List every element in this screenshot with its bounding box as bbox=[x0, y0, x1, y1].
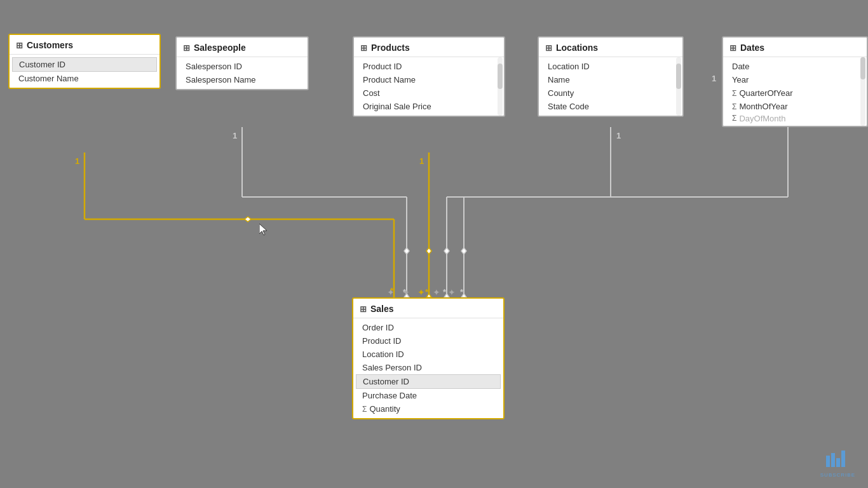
locations-field-2[interactable]: County bbox=[539, 86, 682, 100]
products-scrollbar[interactable] bbox=[498, 57, 503, 116]
customers-field-1[interactable]: Customer Name bbox=[10, 72, 159, 85]
products-title: Products bbox=[371, 43, 410, 53]
customers-table[interactable]: ⊞ Customers Customer ID Customer Name bbox=[8, 34, 161, 89]
sales-field-2[interactable]: Location ID bbox=[353, 348, 503, 361]
locations-title: Locations bbox=[556, 43, 598, 53]
svg-rect-42 bbox=[841, 451, 845, 467]
svg-text:*: * bbox=[460, 287, 464, 297]
table-icon-products: ⊞ bbox=[360, 43, 367, 53]
sales-table[interactable]: ⊞ Sales Order ID Product ID Location ID … bbox=[352, 297, 505, 419]
products-field-3-label: Original Sale Price bbox=[363, 102, 431, 111]
dates-field-1[interactable]: Year bbox=[723, 73, 867, 86]
sales-field-4[interactable]: Customer ID bbox=[356, 374, 501, 389]
dates-field-4-label: DayOfMonth bbox=[739, 114, 785, 123]
sales-field-4-label: Customer ID bbox=[363, 377, 409, 386]
sigma-icon-0: Σ bbox=[732, 89, 736, 98]
sales-field-0-label: Order ID bbox=[362, 323, 394, 332]
locations-scrollbar-thumb[interactable] bbox=[676, 64, 681, 89]
products-body: Product ID Product Name Cost Original Sa… bbox=[354, 57, 504, 116]
locations-field-3-label: State Code bbox=[548, 102, 589, 111]
salespeople-body: Salesperson ID Salesperson Name bbox=[177, 57, 308, 89]
locations-table[interactable]: ⊞ Locations Location ID Name County Stat… bbox=[538, 36, 684, 117]
svg-marker-33 bbox=[461, 248, 466, 254]
products-field-0[interactable]: Product ID bbox=[354, 60, 504, 73]
locations-field-3[interactable]: State Code bbox=[539, 100, 682, 113]
products-table[interactable]: ⊞ Products Product ID Product Name Cost … bbox=[353, 36, 505, 117]
locations-field-1[interactable]: Name bbox=[539, 73, 682, 86]
sales-field-1-label: Product ID bbox=[362, 336, 401, 346]
customers-field-0[interactable]: Customer ID bbox=[12, 57, 157, 72]
dates-title: Dates bbox=[740, 43, 764, 53]
watermark: SUBSCRIBE bbox=[820, 449, 855, 478]
dates-field-0[interactable]: Date bbox=[723, 60, 867, 73]
products-field-2[interactable]: Cost bbox=[354, 86, 504, 100]
sales-title: Sales bbox=[370, 304, 394, 314]
table-icon-sales: ⊞ bbox=[360, 304, 367, 314]
sales-field-5[interactable]: Purchase Date bbox=[353, 389, 503, 402]
table-icon-locations: ⊞ bbox=[545, 43, 552, 53]
customers-title: Customers bbox=[27, 40, 73, 50]
sales-field-6-label: Quantity bbox=[369, 404, 400, 414]
dates-field-1-label: Year bbox=[732, 75, 749, 85]
sigma-icon-1: Σ bbox=[732, 102, 736, 111]
svg-rect-40 bbox=[831, 453, 835, 467]
svg-text:1: 1 bbox=[712, 74, 716, 83]
locations-scrollbar[interactable] bbox=[676, 57, 681, 116]
sigma-icon-sales: Σ bbox=[362, 405, 367, 414]
products-header: ⊞ Products bbox=[354, 37, 504, 57]
locations-header: ⊞ Locations bbox=[539, 37, 682, 57]
svg-marker-31 bbox=[404, 248, 409, 254]
products-scrollbar-thumb[interactable] bbox=[498, 64, 503, 89]
sales-field-3-label: Sales Person ID bbox=[362, 363, 422, 372]
dates-body: Date Year Σ QuarterOfYear Σ MonthOfYear … bbox=[723, 57, 867, 126]
sales-field-1[interactable]: Product ID bbox=[353, 334, 503, 348]
dates-header: ⊞ Dates bbox=[723, 37, 867, 57]
dates-field-4[interactable]: Σ DayOfMonth bbox=[723, 113, 867, 123]
sales-field-3[interactable]: Sales Person ID bbox=[353, 361, 503, 374]
locations-field-0-label: Location ID bbox=[548, 62, 590, 71]
dates-field-3-label: MonthOfYear bbox=[739, 102, 787, 111]
sales-field-5-label: Purchase Date bbox=[362, 391, 417, 400]
dates-field-2[interactable]: Σ QuarterOfYear bbox=[723, 86, 867, 100]
svg-text:1: 1 bbox=[419, 156, 424, 166]
salespeople-field-0[interactable]: Salesperson ID bbox=[177, 60, 308, 73]
salespeople-field-1-label: Salesperson Name bbox=[186, 75, 256, 85]
svg-text:*: * bbox=[443, 287, 447, 297]
table-icon-dates: ⊞ bbox=[729, 43, 736, 53]
svg-marker-30 bbox=[426, 248, 431, 254]
svg-text:✦: ✦ bbox=[387, 287, 395, 297]
products-field-2-label: Cost bbox=[363, 88, 380, 98]
svg-rect-39 bbox=[826, 456, 830, 467]
svg-text:1: 1 bbox=[75, 156, 79, 166]
sales-header: ⊞ Sales bbox=[353, 299, 503, 318]
sales-field-6[interactable]: Σ Quantity bbox=[353, 402, 503, 416]
salespeople-header: ⊞ Salespeople bbox=[177, 37, 308, 57]
svg-marker-5 bbox=[245, 217, 251, 222]
customers-field-0-label: Customer ID bbox=[19, 60, 65, 69]
dates-field-3[interactable]: Σ MonthOfYear bbox=[723, 100, 867, 113]
dates-scrollbar-thumb[interactable] bbox=[860, 57, 865, 79]
sales-field-0[interactable]: Order ID bbox=[353, 321, 503, 334]
svg-rect-41 bbox=[836, 458, 840, 467]
locations-field-2-label: County bbox=[548, 88, 574, 98]
dates-scrollbar[interactable] bbox=[860, 57, 865, 126]
svg-text:✦: ✦ bbox=[433, 287, 440, 297]
svg-text:*: * bbox=[403, 287, 407, 297]
svg-text:1: 1 bbox=[233, 131, 237, 140]
products-field-3[interactable]: Original Sale Price bbox=[354, 100, 504, 113]
watermark-icon bbox=[825, 449, 850, 468]
svg-text:1: 1 bbox=[616, 131, 621, 140]
salespeople-field-0-label: Salesperson ID bbox=[186, 62, 242, 71]
svg-marker-32 bbox=[444, 248, 449, 254]
watermark-text: SUBSCRIBE bbox=[820, 472, 855, 478]
salespeople-table[interactable]: ⊞ Salespeople Salesperson ID Salesperson… bbox=[175, 36, 309, 90]
customers-header: ⊞ Customers bbox=[10, 35, 159, 55]
dates-table[interactable]: ⊞ Dates Date Year Σ QuarterOfYear Σ Mont… bbox=[722, 36, 868, 127]
products-field-1[interactable]: Product Name bbox=[354, 73, 504, 86]
svg-text:✦: ✦ bbox=[417, 287, 425, 297]
salespeople-field-1[interactable]: Salesperson Name bbox=[177, 73, 308, 86]
svg-text:✦: ✦ bbox=[448, 287, 456, 297]
locations-field-0[interactable]: Location ID bbox=[539, 60, 682, 73]
products-field-0-label: Product ID bbox=[363, 62, 402, 71]
salespeople-title: Salespeople bbox=[194, 43, 246, 53]
